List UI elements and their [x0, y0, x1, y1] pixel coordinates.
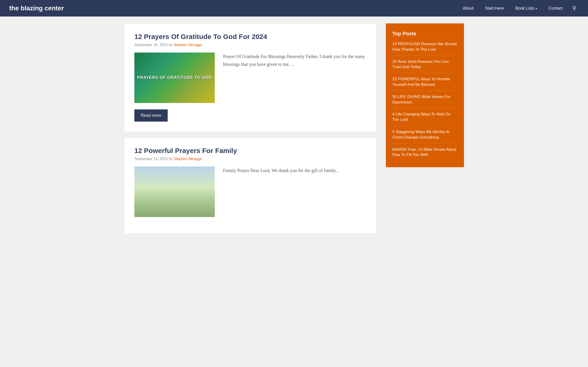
- nav-item-about[interactable]: About: [458, 6, 478, 11]
- nav-link-booklists[interactable]: Book Lists ▾: [511, 4, 542, 12]
- nav-item-starthere[interactable]: Start Here: [481, 6, 509, 11]
- list-item: 20 Rock Solid Reasons You Can Trust God …: [392, 56, 458, 73]
- sidebar-widget-title: Top Posts: [392, 31, 458, 37]
- nav-links: About Start Here Book Lists ▾ Contact ⚲: [458, 5, 579, 11]
- sidebar-post-link[interactable]: 5 Staggering Ways My Identity In Christ …: [392, 129, 458, 140]
- sidebar-post-link[interactable]: 30 LIFE GIVING Bible Verses For Depressi…: [392, 94, 458, 105]
- article-date: September 16, 2023: [134, 43, 168, 47]
- article-card: 12 Prayers Of Gratitude To God For 2024 …: [124, 23, 377, 132]
- article-body: Family Prayer Dear Lord, We thank you fo…: [134, 167, 366, 217]
- article-excerpt: Family Prayer Dear Lord, We thank you fo…: [223, 167, 339, 217]
- article-body: PRAYERS OF GRATITUDE TO GOD Prayer Of Gr…: [134, 52, 366, 103]
- sidebar-widget-top-posts: Top Posts 19 PROFOUND Reasons We Should …: [386, 23, 464, 167]
- sidebar-post-link[interactable]: BANISH Fear: 13 Bible Verses About Fear …: [392, 147, 458, 158]
- list-item: 30 LIFE GIVING Bible Verses For Depressi…: [392, 91, 458, 108]
- list-item: 5 Staggering Ways My Identity In Christ …: [392, 126, 458, 143]
- read-more-button[interactable]: Read more: [134, 109, 168, 122]
- nav-item-booklists[interactable]: Book Lists ▾: [511, 6, 542, 11]
- article-image-text: [172, 190, 177, 194]
- list-item: 23 POWERFUL Ways To Humble Yourself And …: [392, 73, 458, 91]
- sidebar-post-link[interactable]: 19 PROFOUND Reasons We Should Give Thank…: [392, 41, 458, 52]
- article-author[interactable]: Stephen Altrogge: [174, 157, 202, 161]
- article-card: 12 Powerful Prayers For Family September…: [124, 137, 377, 234]
- article-image: [134, 167, 215, 217]
- article-meta: September 13, 2023 by Stephen Altrogge: [134, 157, 366, 161]
- sidebar: Top Posts 19 PROFOUND Reasons We Should …: [386, 23, 464, 234]
- article-by: by: [169, 43, 173, 47]
- article-author[interactable]: Stephen Altrogge: [174, 43, 202, 47]
- sidebar-post-link[interactable]: 4 Life Changing Ways To Wait On The Lord: [392, 111, 458, 123]
- nav-link-about[interactable]: About: [458, 4, 478, 12]
- site-logo[interactable]: the blazing center: [9, 5, 458, 12]
- chevron-down-icon: ▾: [536, 7, 537, 10]
- article-date: September 13, 2023: [134, 157, 168, 161]
- article-meta: September 16, 2023 by Stephen Altrogge: [134, 43, 366, 47]
- sidebar-post-link[interactable]: 23 POWERFUL Ways To Humble Yourself And …: [392, 76, 458, 87]
- nav-search[interactable]: ⚲: [570, 5, 579, 11]
- search-icon[interactable]: ⚲: [570, 3, 579, 13]
- sidebar-post-link[interactable]: 20 Rock Solid Reasons You Can Trust God …: [392, 59, 458, 70]
- main-content: 12 Prayers Of Gratitude To God For 2024 …: [124, 23, 377, 234]
- article-image: PRAYERS OF GRATITUDE TO GOD: [134, 52, 215, 103]
- nav-link-contact[interactable]: Contact: [544, 4, 567, 12]
- article-by: by: [169, 157, 173, 161]
- sidebar-post-list: 19 PROFOUND Reasons We Should Give Thank…: [392, 41, 458, 161]
- page-wrapper: 12 Prayers Of Gratitude To God For 2024 …: [110, 17, 478, 241]
- list-item: BANISH Fear: 13 Bible Verses About Fear …: [392, 143, 458, 161]
- nav-link-starthere[interactable]: Start Here: [481, 4, 509, 12]
- article-image-text: PRAYERS OF GRATITUDE TO GOD: [135, 73, 215, 83]
- article-title[interactable]: 12 Powerful Prayers For Family: [134, 147, 366, 155]
- list-item: 19 PROFOUND Reasons We Should Give Thank…: [392, 41, 458, 56]
- nav-item-contact[interactable]: Contact: [544, 6, 567, 11]
- article-excerpt: Prayer Of Gratitude For Blessings Heaven…: [223, 52, 366, 103]
- list-item: 4 Life Changing Ways To Wait On The Lord: [392, 108, 458, 126]
- navigation: the blazing center About Start Here Book…: [0, 0, 588, 17]
- article-title[interactable]: 12 Prayers Of Gratitude To God For 2024: [134, 33, 366, 41]
